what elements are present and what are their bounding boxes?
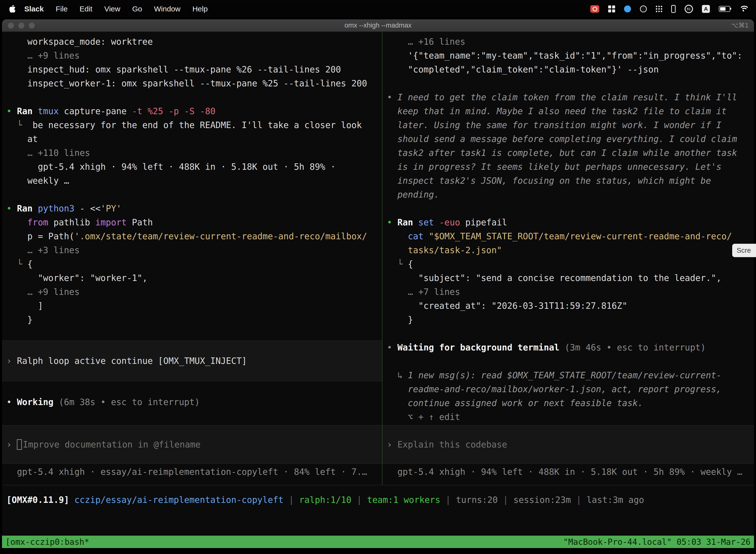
battery-percentage-badge[interactable]: 61 (685, 5, 693, 13)
zoom-button[interactable] (29, 22, 35, 29)
spacer (2, 381, 382, 395)
text-segment: ↳ (387, 370, 408, 380)
screen-capture-tooltip[interactable]: Scre (732, 244, 756, 257)
terminal-line: inspect_hud: omx sparkshell --tmux-pane … (2, 63, 382, 76)
terminal-line: task2 after task1 is complete, but can I… (382, 146, 754, 160)
model-status-line: gpt-5.4 xhigh · 94% left · 488K in · 5.1… (382, 465, 754, 479)
text-segment: Ralph loop active continue [OMX_TMUX_INJ… (17, 356, 247, 366)
terminal-line: … +7 lines (382, 285, 754, 299)
text-segment: '.omx/state/team/review-current-readme-a… (74, 231, 367, 241)
terminal-line: "worker": "worker-1", (2, 271, 382, 285)
menu-go[interactable]: Go (132, 5, 142, 13)
menu-view[interactable]: View (104, 5, 120, 13)
text-segment: cczip/essay/ai-reimplementation-copyleft (74, 495, 284, 505)
battery-icon[interactable] (719, 6, 730, 12)
pane-right[interactable]: … +16 lines '{"team_name":"my-team","tas… (382, 32, 754, 485)
minimize-button[interactable] (18, 22, 24, 29)
text-segment: • (6, 106, 17, 116)
record-dot-icon (592, 7, 597, 11)
terminal-line: gpt-5.4 xhigh · 94% left · 488K in · 5.1… (2, 160, 382, 174)
terminal-line: at (2, 132, 382, 146)
text-segment (6, 217, 27, 227)
window-titlebar[interactable]: omx --xhigh --madmax ⌥⌘1 (2, 19, 754, 32)
tmux-session-label: [omx-cczip0:bash* (5, 537, 89, 547)
text-segment: workspace_mode: worktree (6, 37, 153, 47)
terminal-window: omx --xhigh --madmax ⌥⌘1 workspace_mode:… (2, 19, 754, 548)
menu-file[interactable]: File (56, 5, 67, 13)
omx-status-line: [OMX#0.11.9] cczip/essay/ai-reimplementa… (2, 493, 756, 507)
text-segment: └ (387, 259, 408, 269)
composer-input[interactable]: › Explain this codebase (382, 425, 754, 464)
window-title: omx --xhigh --madmax (344, 21, 412, 29)
terminal-line: … +3 lines (2, 243, 382, 257)
screen-recording-indicator[interactable] (590, 5, 599, 13)
menu-edit[interactable]: Edit (80, 5, 92, 13)
terminal-line: pending. (382, 188, 754, 202)
text-segment: ⌥ + ↑ edit (387, 412, 460, 422)
text-segment: at (6, 134, 38, 144)
text-segment: … +16 lines (408, 37, 465, 47)
text-segment: - << (80, 204, 101, 214)
terminal-line: ↳ 1 new msg(s): read $OMX_TEAM_STATE_ROO… (382, 368, 754, 382)
text-segment: | (440, 495, 456, 505)
text-segment: keep that in mind. Maybe I also need the… (387, 106, 727, 116)
terminal-line: • I need to get the claim token from the… (382, 90, 754, 104)
pane-left[interactable]: workspace_mode: worktree … +9 lines insp… (2, 32, 382, 485)
menu-window[interactable]: Window (154, 5, 181, 13)
text-segment: } (387, 315, 413, 325)
text-segment: -80 (200, 106, 215, 116)
text-segment: 'PY' (101, 204, 121, 214)
text-segment: -p (169, 106, 184, 116)
blue-app-icon[interactable] (624, 5, 631, 12)
terminal-line: should send a message before completing … (382, 132, 754, 146)
text-segment: … +3 lines (27, 245, 80, 255)
wifi-icon[interactable] (739, 6, 748, 12)
menu-bar: Slack FileEditViewGoWindowHelp 61 A (0, 0, 756, 18)
text-segment: Improve documentation in @filename (23, 440, 200, 449)
terminal-line: … +16 lines (382, 35, 754, 49)
text-segment: | (352, 495, 367, 505)
composer-input[interactable]: › Improve documentation in @filename (2, 425, 382, 464)
close-button[interactable] (8, 22, 14, 29)
text-segment: -euo (439, 217, 465, 227)
text-segment: • (387, 92, 397, 102)
spacer (382, 202, 754, 215)
terminal-line: later. Using the same for transition mig… (382, 118, 754, 132)
text-segment: pending. (387, 189, 439, 200)
input-source-icon[interactable]: A (702, 5, 710, 13)
text-segment: turns:20 (456, 495, 498, 505)
text-segment (6, 148, 27, 158)
text-segment: › (387, 440, 397, 449)
text-segment: inspect_hud: omx sparkshell --tmux-pane … (6, 64, 341, 74)
terminal-line: └ be necessary for the end of the README… (2, 118, 382, 132)
text-segment: Path (127, 217, 153, 227)
text-segment: "worker": "worker-1", (6, 273, 147, 283)
model-status-line: gpt-5.4 xhigh · essay/ai-reimplementatio… (2, 465, 382, 479)
menu-help[interactable]: Help (192, 5, 208, 13)
text-segment: "created_at": "2026-03-31T11:59:27.816Z" (387, 301, 627, 311)
dots-grid-icon[interactable] (656, 6, 662, 12)
text-segment: weekly … (6, 176, 69, 186)
terminal-line: from pathlib import Path (2, 215, 382, 229)
text-segment: tasks/task-2.json" (408, 245, 502, 255)
text-segment: p = Path( (6, 231, 74, 241)
window-shortcut-hint: ⌥⌘1 (731, 21, 749, 29)
tmux-host-clock: "MacBook-Pro-44.local" 05:03 31-Mar-26 (563, 537, 751, 547)
text-segment: | (571, 495, 586, 505)
text-segment: later. Using the same for transition mig… (387, 120, 721, 130)
tmux-panes: workspace_mode: worktree … +9 lines insp… (2, 32, 754, 485)
apple-menu-icon[interactable] (9, 5, 16, 13)
terminal-line: keep that in mind. Maybe I also need the… (382, 104, 754, 118)
window-grid-icon[interactable] (608, 5, 615, 12)
app-menu-slack[interactable]: Slack (24, 5, 44, 13)
text-segment: gpt-5.4 xhigh · 94% left · 488K in · 5.1… (387, 467, 742, 477)
terminal-line: cat "$OMX_TEAM_STATE_ROOT/team/review-cu… (382, 229, 754, 243)
text-segment: ralph:1/10 (299, 495, 352, 505)
text-segment: from (27, 217, 48, 227)
text-segment: … +9 lines (27, 287, 80, 297)
camera-app-icon[interactable] (640, 5, 647, 12)
terminal-line: • Ran python3 - <<'PY' (2, 202, 382, 215)
device-icon[interactable] (671, 5, 676, 13)
text-segment: -t (132, 106, 147, 116)
text-segment: › (6, 440, 17, 449)
